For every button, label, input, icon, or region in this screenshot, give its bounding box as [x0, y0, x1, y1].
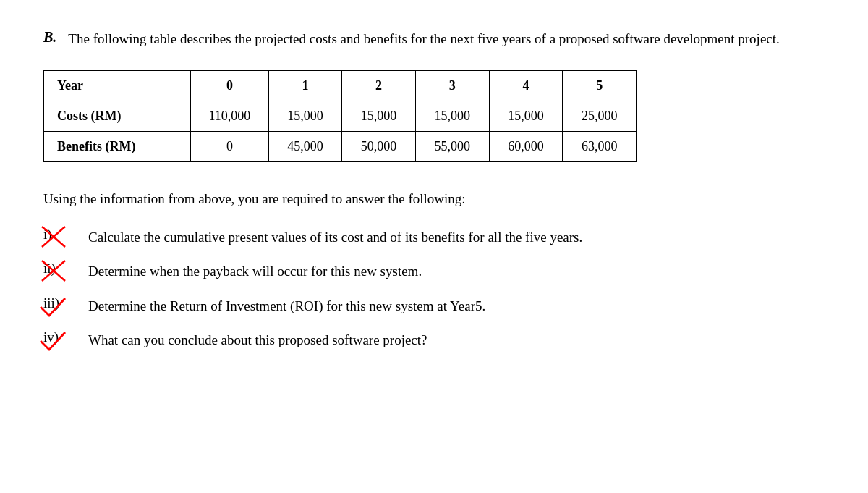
- question-item-ii: ii) Determine when the payback will occu…: [43, 261, 825, 282]
- benefits-year2: 50,000: [342, 131, 416, 161]
- col-header-year: Year: [44, 70, 191, 101]
- question-item-i: i) Calculate the cumulative present valu…: [43, 227, 825, 248]
- questions-list: i) Calculate the cumulative present valu…: [43, 227, 825, 351]
- costs-year4: 15,000: [489, 101, 563, 131]
- using-text: Using the information from above, you ar…: [43, 189, 825, 210]
- col-header-2: 2: [342, 70, 416, 101]
- col-header-1: 1: [268, 70, 342, 101]
- question-item-iii: iii) Determine the Return of Investment …: [43, 295, 825, 316]
- marker-i: i): [43, 227, 80, 243]
- question-iii-text: Determine the Return of Investment (ROI)…: [88, 295, 825, 316]
- main-content: B. The following table describes the pro…: [43, 29, 825, 351]
- costs-year1: 15,000: [268, 101, 342, 131]
- benefits-year1: 45,000: [268, 131, 342, 161]
- check-mark-iii-icon: [38, 294, 71, 323]
- costs-year0: 110,000: [191, 101, 268, 131]
- benefits-year4: 60,000: [489, 131, 563, 161]
- section-label: B.: [43, 29, 56, 46]
- x-mark-ii-icon: [39, 258, 72, 287]
- costs-year3: 15,000: [415, 101, 489, 131]
- check-mark-iv-icon: [38, 328, 71, 357]
- table-header-row: Year 0 1 2 3 4 5: [44, 70, 637, 101]
- benefits-year0: 0: [191, 131, 268, 161]
- costs-year2: 15,000: [342, 101, 416, 131]
- data-table-container: Year 0 1 2 3 4 5 Costs (RM) 110,000 15,0…: [43, 70, 637, 162]
- col-header-0: 0: [191, 70, 268, 101]
- question-i-text: Calculate the cumulative present values …: [88, 227, 825, 248]
- question-item-iv: iv) What can you conclude about this pro…: [43, 329, 825, 350]
- col-header-4: 4: [489, 70, 563, 101]
- row-costs-label: Costs (RM): [44, 101, 191, 131]
- marker-ii: ii): [43, 261, 80, 277]
- costs-year5: 25,000: [563, 101, 637, 131]
- question-ii-text: Determine when the payback will occur fo…: [88, 261, 825, 282]
- benefits-year3: 55,000: [415, 131, 489, 161]
- x-mark-i-icon: [39, 224, 72, 253]
- benefits-year5: 63,000: [563, 131, 637, 161]
- col-header-5: 5: [563, 70, 637, 101]
- col-header-3: 3: [415, 70, 489, 101]
- table-row-benefits: Benefits (RM) 0 45,000 50,000 55,000 60,…: [44, 131, 637, 161]
- section-header: B. The following table describes the pro…: [43, 29, 825, 50]
- question-i-strikethrough: Calculate the cumulative present values …: [88, 229, 582, 245]
- costs-benefits-table: Year 0 1 2 3 4 5 Costs (RM) 110,000 15,0…: [43, 70, 637, 162]
- question-iv-text: What can you conclude about this propose…: [88, 329, 825, 350]
- section-intro-text: The following table describes the projec…: [68, 29, 779, 50]
- row-benefits-label: Benefits (RM): [44, 131, 191, 161]
- marker-iii: iii): [43, 295, 80, 311]
- marker-iv: iv): [43, 329, 80, 345]
- table-row-costs: Costs (RM) 110,000 15,000 15,000 15,000 …: [44, 101, 637, 131]
